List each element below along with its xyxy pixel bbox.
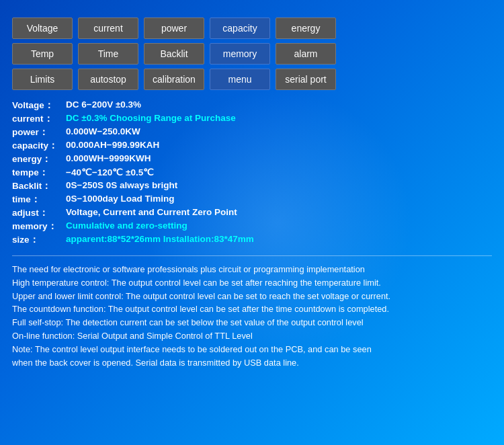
- btn-capacity[interactable]: capacity: [210, 17, 270, 39]
- spec-value: 00.000AH−999.99KAH: [66, 140, 159, 152]
- btn-alarm[interactable]: alarm: [276, 43, 336, 65]
- specs-section: Voltage：DC 6−200V ±0.3%current：DC ±0.3% …: [12, 99, 492, 246]
- button-row-1: Voltagecurrentpowercapacityenergy: [12, 17, 492, 39]
- spec-row: capacity：00.000AH−999.99KAH: [12, 140, 492, 152]
- spec-value: 0.000WH−9999KWH: [66, 153, 151, 165]
- advanced-line: Upper and lower limit control: The outpu…: [12, 290, 492, 303]
- spec-row: current：DC ±0.3% Choosing Range at Purch…: [12, 113, 492, 125]
- spec-label: Voltage：: [12, 99, 66, 112]
- spec-value: −40℃−120℃ ±0.5℃: [66, 167, 154, 179]
- spec-value: 0.000W−250.0KW: [66, 126, 140, 138]
- spec-row: size：apparent:88*52*26mm Installation:83…: [12, 234, 492, 246]
- advanced-line: Full self-stop: The detection current ca…: [12, 316, 492, 329]
- btn-serial-port[interactable]: serial port: [276, 69, 336, 90]
- advanced-text: The need for electronic or software prof…: [12, 263, 492, 370]
- advanced-line: On-line function: Serial Output and Simp…: [12, 329, 492, 343]
- btn-menu[interactable]: menu: [210, 69, 270, 90]
- spec-label: power：: [12, 126, 66, 138]
- spec-value: apparent:88*52*26mm Installation:83*47mm: [66, 234, 254, 246]
- button-row-3: Limitsautostopcalibrationmenuserial port: [12, 69, 492, 90]
- btn-energy[interactable]: energy: [276, 17, 336, 39]
- spec-label: current：: [12, 113, 66, 125]
- spec-row: tempe：−40℃−120℃ ±0.5℃: [12, 167, 492, 179]
- spec-value: DC ±0.3% Choosing Range at Purchase: [66, 113, 236, 125]
- divider: [12, 255, 492, 256]
- btn-backlit[interactable]: Backlit: [144, 43, 204, 65]
- btn-temp[interactable]: Temp: [12, 43, 73, 65]
- spec-row: memory：Cumulative and zero-setting: [12, 220, 492, 233]
- btn-current[interactable]: current: [78, 17, 138, 39]
- advanced-line: when the back cover is opened. Serial da…: [12, 356, 492, 370]
- spec-value: Cumulative and zero-setting: [66, 220, 187, 233]
- advanced-line: The countdown function: The output contr…: [12, 302, 492, 316]
- spec-value: Voltage, Current and Current Zero Point: [66, 207, 237, 219]
- spec-label: capacity：: [12, 140, 66, 152]
- btn-memory[interactable]: memory: [210, 43, 270, 65]
- btn-calibration[interactable]: calibration: [144, 69, 204, 90]
- advanced-section: The need for electronic or software prof…: [12, 263, 492, 370]
- btn-voltage[interactable]: Voltage: [12, 17, 73, 39]
- spec-label: size：: [12, 234, 66, 246]
- spec-row: energy：0.000WH−9999KWH: [12, 153, 492, 165]
- spec-row: Voltage：DC 6−200V ±0.3%: [12, 99, 492, 112]
- advanced-line: High temperature control: The output con…: [12, 276, 492, 290]
- advanced-line: The need for electronic or software prof…: [12, 263, 492, 276]
- spec-value: 0S−1000day Load Timing: [66, 194, 174, 206]
- btn-power[interactable]: power: [144, 17, 204, 39]
- button-grid: Voltagecurrentpowercapacityenergy TempTi…: [12, 17, 492, 90]
- spec-row: Backlit：0S−250S 0S always bright: [12, 180, 492, 192]
- spec-row: time：0S−1000day Load Timing: [12, 194, 492, 206]
- advanced-line: Note: The control level output interface…: [12, 343, 492, 356]
- spec-label: adjust：: [12, 207, 66, 219]
- btn-autostop[interactable]: autostop: [78, 69, 138, 90]
- spec-row: power：0.000W−250.0KW: [12, 126, 492, 138]
- spec-label: energy：: [12, 153, 66, 165]
- spec-value: 0S−250S 0S always bright: [66, 180, 177, 192]
- spec-label: Backlit：: [12, 180, 66, 192]
- spec-label: memory：: [12, 220, 66, 233]
- spec-label: tempe：: [12, 167, 66, 179]
- button-row-2: TempTimeBacklitmemoryalarm: [12, 43, 492, 65]
- btn-limits[interactable]: Limits: [12, 69, 73, 90]
- spec-label: time：: [12, 194, 66, 206]
- btn-time[interactable]: Time: [78, 43, 138, 65]
- spec-row: adjust：Voltage, Current and Current Zero…: [12, 207, 492, 219]
- spec-value: DC 6−200V ±0.3%: [66, 99, 141, 112]
